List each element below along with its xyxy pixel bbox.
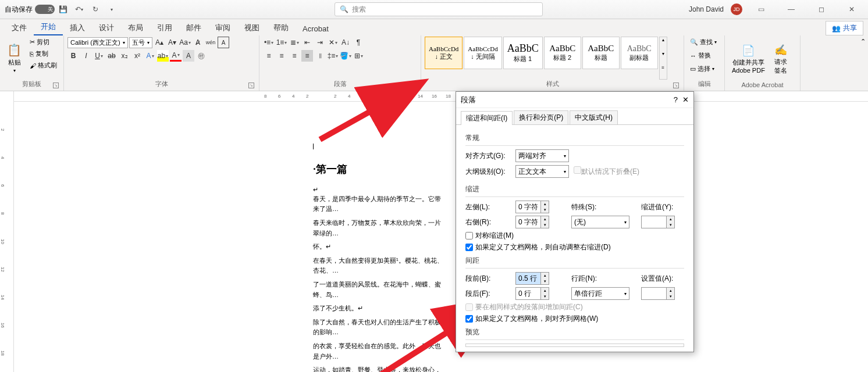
clear-format-icon[interactable]: A̷ xyxy=(192,37,204,48)
align-right-icon[interactable]: ≡ xyxy=(289,50,300,62)
sort-icon[interactable]: A↓ xyxy=(340,37,351,48)
tab-insert[interactable]: 插入 xyxy=(63,20,92,35)
share-button[interactable]: 👥 共享 xyxy=(826,21,863,35)
alignment-select[interactable]: 两端对齐▾ xyxy=(515,149,569,162)
tab-acrobat[interactable]: Acrobat xyxy=(296,22,336,35)
undo-icon[interactable]: ↶▾ xyxy=(73,3,85,15)
font-color-icon[interactable]: A xyxy=(170,50,182,62)
tab-help[interactable]: 帮助 xyxy=(266,20,296,35)
style-normal[interactable]: AaBbCcDd↓ 正文 xyxy=(425,37,463,69)
autosave-toggle[interactable]: 自动保存 关 xyxy=(5,5,55,15)
underline-icon[interactable]: U xyxy=(93,50,105,62)
tab-design[interactable]: 设计 xyxy=(92,20,121,35)
collapse-ribbon-icon[interactable]: ⌃ xyxy=(858,35,868,91)
copy-button[interactable]: ⎘复制 xyxy=(27,48,59,59)
paste-button[interactable]: 📋 粘贴 ▾ xyxy=(3,37,25,80)
bullets-icon[interactable]: •≡ xyxy=(263,37,275,48)
style-subtitle[interactable]: AaBbC副标题 xyxy=(621,37,658,69)
shading-icon[interactable]: 🪣 xyxy=(340,50,351,62)
paragraph-dialog-launcher[interactable]: ↘ xyxy=(410,83,416,88)
close-icon[interactable]: ✕ xyxy=(682,95,689,104)
highlight-icon[interactable]: ab xyxy=(157,50,169,62)
search-box[interactable]: 🔍 搜索 xyxy=(335,2,543,16)
tab-home[interactable]: 开始 xyxy=(34,19,63,35)
change-case-icon[interactable]: Aa xyxy=(179,37,191,48)
format-painter-button[interactable]: 🖌格式刷 xyxy=(27,60,59,71)
tab-layout[interactable]: 布局 xyxy=(121,20,150,35)
close-icon[interactable]: ✕ xyxy=(840,1,863,17)
indent-by-spinner[interactable]: ▴▾ xyxy=(641,216,675,228)
font-dialog-launcher[interactable]: ↘ xyxy=(248,83,254,88)
at-value-spinner[interactable]: ▴▾ xyxy=(641,287,675,300)
save-icon[interactable]: 💾 xyxy=(57,3,69,15)
replace-button[interactable]: ↔替换 xyxy=(688,50,721,61)
bold-icon[interactable]: B xyxy=(67,50,79,62)
char-shading-icon[interactable]: A xyxy=(183,50,194,62)
help-icon[interactable]: ? xyxy=(674,95,678,104)
horizontal-ruler[interactable]: 8642246810121416182022 xyxy=(14,91,868,102)
italic-icon[interactable]: I xyxy=(80,50,92,62)
font-name-combo[interactable]: Calibri (西文正文)▾ xyxy=(67,37,128,48)
style-title[interactable]: AaBbC标题 xyxy=(582,37,620,69)
create-pdf-button[interactable]: 📄创建并共享 Adobe PDF xyxy=(728,37,769,81)
line-spacing-select[interactable]: 单倍行距▾ xyxy=(571,287,629,300)
customize-qat-icon[interactable]: ▾ xyxy=(106,3,118,15)
justify-icon[interactable]: ≡ xyxy=(301,50,313,62)
line-spacing-icon[interactable]: ‡≡ xyxy=(327,50,339,62)
clipboard-dialog-launcher[interactable]: ↘ xyxy=(53,83,59,88)
indent-right-spinner[interactable]: ▴▾ xyxy=(515,216,549,228)
align-center-icon[interactable]: ≡ xyxy=(276,50,287,62)
tab-file[interactable]: 文件 xyxy=(5,20,34,35)
superscript-icon[interactable]: x² xyxy=(131,50,143,62)
phonetic-guide-icon[interactable]: wén xyxy=(205,37,216,48)
tab-view[interactable]: 视图 xyxy=(237,20,266,35)
tab-asian-typography[interactable]: 中文版式(H) xyxy=(570,110,618,124)
multilevel-icon[interactable]: ≣ xyxy=(289,37,300,48)
snapgrid-checkbox[interactable]: 如果定义了文档网格，则对齐到网格(W) xyxy=(465,314,684,324)
maximize-icon[interactable]: ◻ xyxy=(810,1,833,17)
mirror-indent-checkbox[interactable]: 对称缩进(M) xyxy=(465,231,684,241)
special-indent-select[interactable]: (无)▾ xyxy=(571,216,629,228)
collapse-checkbox[interactable]: 默认情况下折叠(E) xyxy=(574,166,639,177)
space-after-spinner[interactable]: ▴▾ xyxy=(515,287,549,300)
request-sign-button[interactable]: ✍请求 签名 xyxy=(771,37,791,81)
avatar[interactable]: JD xyxy=(731,3,742,15)
vertical-ruler[interactable]: 246810121416182022 xyxy=(0,91,14,372)
tab-line-page-breaks[interactable]: 换行和分页(P) xyxy=(514,110,568,124)
subscript-icon[interactable]: x₂ xyxy=(119,50,130,62)
user-name[interactable]: John David xyxy=(689,5,724,13)
autogrid-checkbox[interactable]: 如果定义了文档网格，则自动调整右缩进(D) xyxy=(465,242,684,252)
numbering-icon[interactable]: 1≡ xyxy=(276,37,287,48)
tab-indent-spacing[interactable]: 缩进和间距(I) xyxy=(461,111,513,125)
indent-left-spinner[interactable]: ▴▾ xyxy=(515,201,549,213)
font-size-combo[interactable]: 五号▾ xyxy=(129,37,152,48)
text-effects-icon[interactable]: A xyxy=(144,50,156,62)
redo-icon[interactable]: ↻ xyxy=(90,3,101,15)
style-scroll[interactable]: ▴▾≡ xyxy=(659,37,667,80)
asian-layout-icon[interactable]: ✕ xyxy=(327,37,339,48)
dialog-titlebar[interactable]: 段落 ? ✕ xyxy=(456,92,693,108)
shrink-font-icon[interactable]: A▾ xyxy=(166,37,178,48)
document-page[interactable]: ·第一篇 ↵ 春天，是四季中最令人期待的季节之一。它带来了温… 春天来临时，万物… xyxy=(261,109,456,372)
ribbon-display-icon[interactable]: ▭ xyxy=(749,1,773,17)
tab-references[interactable]: 引用 xyxy=(150,20,179,35)
grow-font-icon[interactable]: A▴ xyxy=(154,37,165,48)
char-border-icon[interactable]: A xyxy=(218,37,229,48)
style-nospacing[interactable]: AaBbCcDd↓ 无间隔 xyxy=(464,37,501,69)
find-button[interactable]: 🔍查找▾ xyxy=(688,37,721,48)
increase-indent-icon[interactable]: ⇥ xyxy=(314,37,326,48)
tab-review[interactable]: 审阅 xyxy=(208,20,237,35)
styles-dialog-launcher[interactable]: ↘ xyxy=(673,83,679,88)
style-heading1[interactable]: AaBbC标题 1 xyxy=(503,37,543,69)
space-before-spinner[interactable]: ▴▾ xyxy=(515,272,549,285)
tab-mail[interactable]: 邮件 xyxy=(179,20,208,35)
outline-select[interactable]: 正文文本▾ xyxy=(515,165,569,178)
cut-button[interactable]: ✂剪切 xyxy=(27,37,59,48)
borders-icon[interactable]: ⊞ xyxy=(353,50,364,62)
strike-icon[interactable]: ab xyxy=(106,50,118,62)
select-button[interactable]: ▭选择▾ xyxy=(688,63,721,74)
distribute-icon[interactable]: ⫴ xyxy=(314,50,326,62)
show-marks-icon[interactable]: ¶ xyxy=(353,37,364,48)
enclose-char-icon[interactable]: ㊕ xyxy=(195,50,207,62)
style-heading2[interactable]: AaBbC标题 2 xyxy=(544,37,581,69)
